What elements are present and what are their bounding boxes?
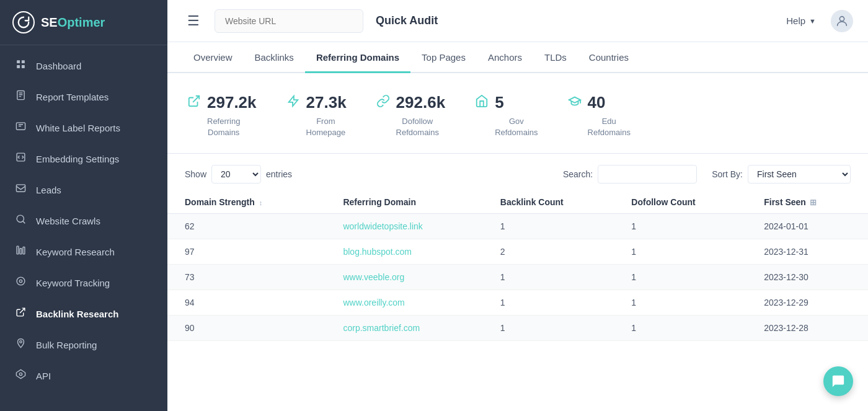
sidebar-item-label-api: API bbox=[36, 371, 51, 381]
stat-edu-refdomains: 40Edu Refdomains bbox=[568, 93, 660, 138]
cell-first-seen: 2024-01-01 bbox=[754, 214, 868, 239]
stat-dofollow-refdomains: 292.6kDofollow Refdomains bbox=[376, 93, 476, 138]
quick-audit-button[interactable]: Quick Audit bbox=[371, 14, 443, 27]
cell-backlink-count: 1 bbox=[490, 265, 622, 290]
show-label: Show bbox=[185, 169, 206, 179]
embedding-settings-icon bbox=[14, 152, 27, 166]
help-label: Help bbox=[786, 15, 805, 26]
svg-rect-0 bbox=[17, 60, 20, 63]
tab-top-pages[interactable]: Top Pages bbox=[410, 42, 477, 73]
sidebar-item-embedding-settings[interactable]: Embedding Settings bbox=[0, 143, 167, 174]
main-area: ☰ Quick Audit Help ▼ OverviewBacklinksRe… bbox=[167, 0, 868, 411]
table-row: 97blog.hubspot.com212023-12-31 bbox=[167, 239, 868, 265]
sidebar-item-white-label-reports[interactable]: White Label Reports bbox=[0, 112, 167, 143]
search-input[interactable] bbox=[598, 165, 697, 183]
report-templates-icon bbox=[14, 90, 27, 104]
sidebar-item-dashboard[interactable]: Dashboard bbox=[0, 50, 167, 81]
sidebar-item-keyword-research[interactable]: Keyword Research bbox=[0, 236, 167, 267]
table-row: 73www.veeble.org112023-12-30 bbox=[167, 265, 868, 290]
keyword-research-icon bbox=[14, 245, 27, 259]
cell-first-seen: 2023-12-31 bbox=[754, 239, 868, 265]
hamburger-button[interactable]: ☰ bbox=[182, 11, 205, 32]
tab-tlds[interactable]: TLDs bbox=[533, 42, 578, 73]
sidebar-navigation: DashboardReport TemplatesWhite Label Rep… bbox=[0, 45, 167, 411]
tabs-bar: OverviewBacklinksReferring DomainsTop Pa… bbox=[167, 42, 868, 73]
tab-anchors[interactable]: Anchors bbox=[477, 42, 533, 73]
cell-dofollow-count: 1 bbox=[621, 290, 754, 316]
svg-point-15 bbox=[19, 341, 22, 343]
sidebar-item-label-backlink-research: Backlink Research bbox=[36, 309, 118, 319]
sidebar-logo: SEOptimer bbox=[0, 0, 167, 45]
sidebar: SEOptimer DashboardReport TemplatesWhite… bbox=[0, 0, 167, 411]
referring-domains-value: 297.2k bbox=[207, 93, 257, 112]
cell-first-seen: 2023-12-29 bbox=[754, 290, 868, 316]
help-button[interactable]: Help ▼ bbox=[786, 15, 816, 26]
referring-domains-table: Domain Strength ↕Referring DomainBacklin… bbox=[167, 191, 868, 341]
sort-by-label: Sort By: bbox=[712, 169, 743, 179]
entries-select[interactable]: 102050100 bbox=[211, 165, 261, 183]
tab-backlinks[interactable]: Backlinks bbox=[244, 42, 305, 73]
sidebar-item-api[interactable]: API bbox=[0, 360, 167, 391]
white-label-reports-icon bbox=[14, 121, 27, 135]
edu-refdomains-stat-icon bbox=[568, 94, 582, 112]
tab-overview[interactable]: Overview bbox=[182, 42, 244, 73]
cell-backlink-count: 1 bbox=[490, 214, 622, 239]
svg-rect-2 bbox=[17, 65, 20, 68]
domain-link[interactable]: www.veeble.org bbox=[343, 272, 404, 282]
cell-dofollow-count: 1 bbox=[621, 316, 754, 341]
filter-icon[interactable]: ⊞ bbox=[807, 198, 817, 207]
domain-link[interactable]: www.oreilly.com bbox=[343, 298, 404, 307]
referring-domains-label: Referring Domains bbox=[187, 116, 240, 138]
sidebar-item-report-templates[interactable]: Report Templates bbox=[0, 81, 167, 112]
cell-referring-domain: corp.smartbrief.com bbox=[333, 316, 490, 341]
domain-link[interactable]: worldwidetopsite.link bbox=[343, 221, 422, 231]
keyword-tracking-icon bbox=[14, 276, 27, 289]
sidebar-item-website-crawls[interactable]: Website Crawls bbox=[0, 205, 167, 236]
cell-referring-domain: www.veeble.org bbox=[333, 265, 490, 290]
from-homepage-stat-icon bbox=[286, 94, 300, 112]
sidebar-item-keyword-tracking[interactable]: Keyword Tracking bbox=[0, 267, 167, 298]
table-row: 62worldwidetopsite.link112024-01-01 bbox=[167, 214, 868, 239]
sidebar-item-label-leads: Leads bbox=[36, 185, 61, 195]
edu-refdomains-value: 40 bbox=[588, 93, 606, 112]
sidebar-item-bulk-reporting[interactable]: Bulk Reporting bbox=[0, 329, 167, 360]
header: ☰ Quick Audit Help ▼ bbox=[167, 0, 868, 42]
tab-countries[interactable]: Countries bbox=[578, 42, 640, 73]
table-controls: Show 102050100 entries Search: Sort By: … bbox=[167, 154, 868, 191]
from-homepage-value: 27.3k bbox=[306, 93, 347, 112]
sidebar-item-label-embedding-settings: Embedding Settings bbox=[36, 154, 119, 164]
table-row: 90corp.smartbrief.com112023-12-28 bbox=[167, 316, 868, 341]
user-avatar[interactable] bbox=[831, 10, 853, 32]
cell-referring-domain: worldwidetopsite.link bbox=[333, 214, 490, 239]
url-input[interactable] bbox=[215, 9, 363, 33]
sidebar-item-label-keyword-tracking: Keyword Tracking bbox=[36, 278, 110, 288]
sidebar-item-leads[interactable]: Leads bbox=[0, 174, 167, 205]
th-backlink-count: Backlink Count bbox=[490, 191, 622, 214]
dashboard-icon bbox=[14, 59, 27, 73]
cell-backlink-count: 1 bbox=[490, 290, 622, 316]
cell-domain-strength: 97 bbox=[167, 239, 333, 265]
domain-link[interactable]: corp.smartbrief.com bbox=[343, 323, 420, 333]
svg-rect-7 bbox=[16, 185, 25, 192]
cell-first-seen: 2023-12-30 bbox=[754, 265, 868, 290]
tab-referring-domains[interactable]: Referring Domains bbox=[305, 42, 410, 73]
th-first-seen: First Seen ⊞ bbox=[754, 191, 868, 214]
domain-strength-sort-arrows: ↕ bbox=[257, 199, 263, 206]
cell-domain-strength: 90 bbox=[167, 316, 333, 341]
cell-dofollow-count: 1 bbox=[621, 239, 754, 265]
table-row: 94www.oreilly.com112023-12-29 bbox=[167, 290, 868, 316]
api-icon bbox=[14, 369, 27, 382]
domain-link[interactable]: blog.hubspot.com bbox=[343, 247, 412, 257]
sort-select[interactable]: First SeenDomain StrengthBacklink CountD… bbox=[748, 165, 851, 183]
leads-icon bbox=[14, 183, 27, 197]
gov-refdomains-value: 5 bbox=[495, 93, 503, 112]
chat-bubble-button[interactable] bbox=[823, 366, 853, 396]
help-chevron-icon: ▼ bbox=[809, 17, 816, 25]
svg-point-18 bbox=[839, 16, 844, 20]
stat-gov-refdomains: 5Gov Refdomains bbox=[475, 93, 567, 138]
cell-backlink-count: 1 bbox=[490, 316, 622, 341]
th-domain-strength[interactable]: Domain Strength ↕ bbox=[167, 191, 333, 214]
sidebar-item-backlink-research[interactable]: Backlink Research bbox=[0, 298, 167, 329]
website-crawls-icon bbox=[14, 214, 27, 228]
dofollow-refdomains-label: Dofollow Refdomains bbox=[376, 116, 439, 138]
